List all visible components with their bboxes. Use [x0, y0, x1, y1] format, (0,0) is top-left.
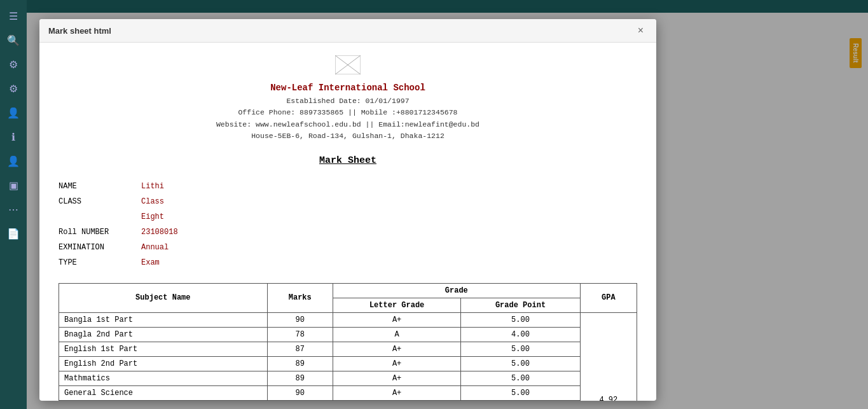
sidebar-icon-user2[interactable]: 👤	[4, 151, 23, 170]
school-website: Website: www.newleafschool.edu.bd || Ema…	[59, 119, 637, 130]
grade-point-cell: 5.00	[461, 371, 580, 385]
subject-cell: Bnagla 2nd Part	[59, 327, 268, 342]
school-contact: Office Phone: 8897335865 || Mobile :+880…	[59, 107, 637, 118]
grade-point-cell: 5.00	[461, 342, 580, 356]
subject-cell: General Science	[59, 385, 268, 400]
roll-label: Roll NUMBER	[59, 225, 141, 240]
student-class-row: CLASS ClassEight	[59, 194, 637, 225]
grade-point-cell: 4.00	[461, 327, 580, 342]
sidebar-icon-settings1[interactable]: ⚙	[4, 55, 23, 74]
modal-title: Mark sheet html	[48, 26, 111, 36]
sidebar-icon-user[interactable]: 👤	[4, 103, 23, 122]
letter-grade-cell: A+	[333, 385, 460, 400]
modal: Mark sheet html × New-Leaf International…	[39, 19, 656, 401]
marks-cell: 87	[267, 342, 333, 356]
table-row: Bnagla 2nd Part78A4.00	[59, 327, 637, 342]
gpa-cell: 4.92	[580, 312, 637, 401]
student-exam-row: EXMINATION Annual	[59, 240, 637, 255]
exam-label: EXMINATION	[59, 240, 141, 255]
letter-grade-cell: A+	[333, 400, 460, 401]
subject-cell: ICT	[59, 400, 268, 401]
sidebar-icon-info[interactable]: ℹ	[4, 127, 23, 146]
sidebar-icon-grid[interactable]: ▣	[4, 176, 23, 195]
marks-cell: 90	[267, 312, 333, 327]
grade-point-cell: 5.00	[461, 312, 580, 327]
table-row: English 2nd Part89A+5.00	[59, 356, 637, 371]
table-row: English 1st Part87A+5.00	[59, 342, 637, 356]
student-info: NAME Lithi CLASS ClassEight Roll NUMBER …	[59, 179, 637, 270]
col-grade-point: Grade Point	[461, 298, 580, 312]
col-gpa: GPA	[580, 283, 637, 312]
subject-cell: English 1st Part	[59, 342, 268, 356]
sidebar-icon-doc[interactable]: 📄	[4, 224, 23, 243]
table-row: General Science90A+5.00	[59, 385, 637, 400]
letter-grade-cell: A+	[333, 312, 460, 327]
sidebar-icon-settings2[interactable]: ⚙	[4, 79, 23, 98]
type-label: TYPE	[59, 255, 141, 270]
table-row: Bangla 1st Part90A+5.004.92	[59, 312, 637, 327]
class-label: CLASS	[59, 194, 141, 225]
marks-cell: 90	[267, 385, 333, 400]
sidebar-icon-search[interactable]: 🔍	[4, 31, 23, 50]
modal-header: Mark sheet html ×	[39, 19, 656, 43]
student-type-row: TYPE Exam	[59, 255, 637, 270]
school-established: Established Date: 01/01/1997	[59, 95, 637, 107]
main-area: Result Mark sheet html × N	[27, 0, 868, 409]
modal-close-button[interactable]: ×	[634, 24, 647, 37]
modal-body[interactable]: New-Leaf International School Establishe…	[39, 43, 656, 401]
col-subject: Subject Name	[59, 283, 268, 312]
mark-sheet-title: Mark Sheet	[59, 155, 637, 166]
subject-cell: English 2nd Part	[59, 356, 268, 371]
col-letter-grade: Letter Grade	[333, 298, 460, 312]
class-value: ClassEight	[141, 194, 164, 225]
school-info: Established Date: 01/01/1997 Office Phon…	[59, 95, 637, 142]
grade-point-cell: 5.00	[461, 385, 580, 400]
sidebar: ☰ 🔍 ⚙ ⚙ 👤 ℹ 👤 ▣ ⋯ 📄	[0, 0, 27, 409]
exam-value: Annual	[141, 240, 169, 255]
marks-table: Subject Name Marks Grade GPA Letter Grad…	[59, 283, 637, 401]
marks-cell: 89	[267, 356, 333, 371]
col-grade: Grade	[333, 283, 580, 298]
letter-grade-cell: A	[333, 327, 460, 342]
table-row: Mathmatics89A+5.00	[59, 371, 637, 385]
col-marks: Marks	[267, 283, 333, 312]
modal-overlay: Mark sheet html × New-Leaf International…	[27, 0, 868, 409]
grade-point-cell: 5.00	[461, 400, 580, 401]
student-roll-row: Roll NUMBER 23108018	[59, 225, 637, 240]
table-row: ICT98A+5.00	[59, 400, 637, 401]
student-name-row: NAME Lithi	[59, 179, 637, 194]
name-value: Lithi	[141, 179, 164, 194]
marks-cell: 78	[267, 327, 333, 342]
school-address: House-5EB-6, Road-134, Gulshan-1, Dhaka-…	[59, 130, 637, 142]
school-logo	[59, 55, 637, 76]
roll-value: 23108018	[141, 225, 178, 240]
letter-grade-cell: A+	[333, 371, 460, 385]
name-label: NAME	[59, 179, 141, 194]
sidebar-icon-more[interactable]: ⋯	[4, 200, 23, 219]
subject-cell: Mathmatics	[59, 371, 268, 385]
marks-cell: 89	[267, 371, 333, 385]
subject-cell: Bangla 1st Part	[59, 312, 268, 327]
school-name: New-Leaf International School	[59, 83, 637, 93]
grade-point-cell: 5.00	[461, 356, 580, 371]
sidebar-icon-menu[interactable]: ☰	[4, 6, 23, 25]
letter-grade-cell: A+	[333, 356, 460, 371]
letter-grade-cell: A+	[333, 342, 460, 356]
marks-cell: 98	[267, 400, 333, 401]
type-value: Exam	[141, 255, 160, 270]
